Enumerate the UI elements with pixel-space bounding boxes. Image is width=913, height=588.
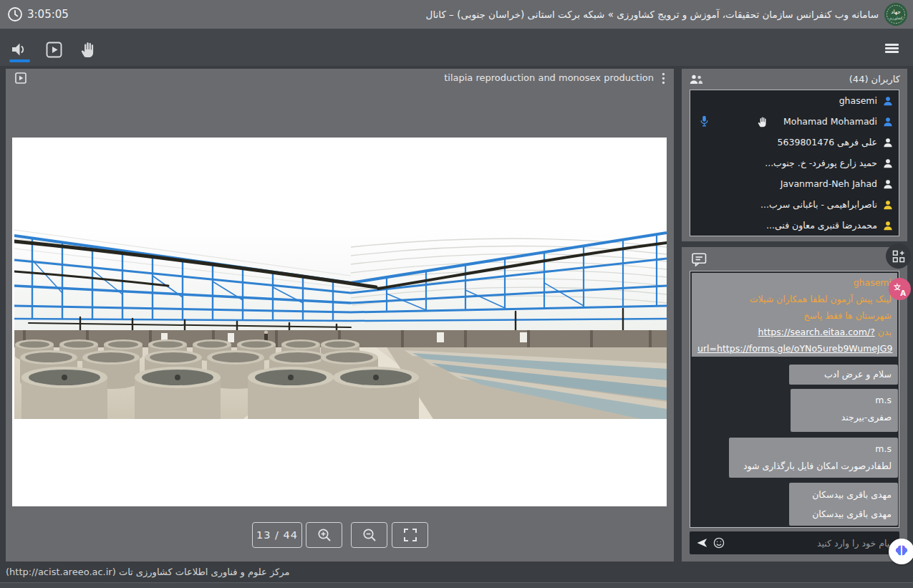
attendee-row[interactable]: ghasemi [690,90,899,111]
raise-hand-icon [79,41,96,58]
slide-controls: 13 / 44 [6,522,674,548]
person-icon [883,158,893,168]
speaker-icon [11,41,28,58]
attendee-row[interactable]: Javanmard-Neh Jahad [690,173,899,194]
active-tool-indicator [9,59,30,62]
fullscreen-button[interactable] [392,522,428,548]
chat-message: m.s صفری-بیرجند [791,389,898,432]
chat-message-text: صفری-بیرجند [797,409,892,426]
attendees-icon [689,74,703,85]
page-indicator[interactable]: 13 / 44 [252,522,302,548]
chat-announcement-line: لینک پیش آزمون لطفا همکاران شیلات [697,291,892,307]
attendees-pod: کاربران (44) ghasemi Mohamad Mohamadi عل… [682,69,907,241]
person-icon [883,221,893,231]
brain-icon [893,543,910,560]
attendee-name: حمید زارع پورفرد- خ. جنوب... [765,153,877,173]
attendee-row[interactable]: محمدرضا قنبری معاون فنی... [690,215,899,236]
slide-canvas [12,138,667,506]
chat-input-bar [690,531,899,554]
svg-text:A: A [900,289,906,297]
zoom-out-icon [362,527,377,543]
attendee-row[interactable]: ناصرابراهیمی - باغبانی سرب... [690,194,899,215]
send-message-icon[interactable] [695,537,707,549]
menu-button[interactable] [885,44,899,53]
zoom-out-button[interactable] [351,522,387,548]
zoom-in-button[interactable] [306,522,342,548]
attendees-title: کاربران (44) [849,69,900,90]
chat-link[interactable]: url=https://forms.gle/oYNo5ureb9WumeJG9 [697,343,892,354]
attendees-list: ghasemi Mohamad Mohamadi علی فرهی 563980… [690,90,899,236]
chat-message-text: لطفادرصورت امکان فایل بارگذاری شود [735,458,892,475]
footer-credit: مرکز علوم و فناوری اطلاعات کشاورزی تات (… [6,563,289,582]
chat-message-list: ghasemi لینک پیش آزمون لطفا همکاران شیلا… [690,271,899,528]
slide-title: tilapia reproduction and monosex product… [444,69,654,87]
pod-options-button[interactable] [658,72,668,84]
chat-pod: ghasemi لینک پیش آزمون لطفا همکاران شیلا… [682,247,907,562]
audio-button[interactable] [9,39,29,59]
attendee-name: Mohamad Mohamadi [783,111,877,132]
chat-icon [692,253,707,266]
session-timer: 3:05:05 [27,0,69,29]
chat-message-text: سلام و عرض ادب [796,366,892,383]
chat-message-sender: m.s [735,440,892,458]
chat-message: m.s لطفادرصورت امکان فایل بارگذاری شود [729,438,898,478]
presentation-pod: tilapia reproduction and monosex product… [6,69,674,562]
chat-link[interactable]: https://search.eitaa.com/? [758,327,875,337]
person-icon [883,138,893,148]
play-icon [46,42,62,58]
chat-sender-name: ghasemi [697,274,892,291]
toolbar [0,29,913,66]
raise-hand-button[interactable] [77,39,97,59]
attendee-row[interactable]: علی فرهی 5639801476 [690,132,899,153]
chat-announcement-line: شهرستان ها فقط پاسخ [697,307,892,324]
attendee-name: Javanmard-Neh Jahad [781,173,877,194]
pod-play-icon[interactable] [15,72,26,84]
chat-message-input[interactable] [735,531,899,554]
chat-announcement-line: بدن https://search.eitaa.com/? [697,324,892,340]
hand-raised-icon [757,116,768,127]
fullscreen-icon [403,528,417,542]
svg-text:جهاد: جهاد [891,9,901,15]
translate-button[interactable]: A [889,278,911,300]
layout-add-icon [892,250,905,263]
chat-message-sender: m.s [797,392,892,409]
translate-icon: A [892,281,909,298]
microphone-icon [700,115,709,127]
zoom-in-icon [317,527,332,543]
attendee-name: محمدرضا قنبری معاون فنی... [766,215,877,236]
webconference-app: 3:05:05 سامانه وب کنفرانس سازمان تحقیقات… [0,0,913,588]
emoji-icon[interactable] [713,537,725,549]
conference-title: سامانه وب کنفرانس سازمان تحقیقات، آموزش … [426,0,879,29]
attendee-row[interactable]: Mohamad Mohamadi [690,111,899,132]
chat-message: مهدی باقری بیدسکان مهدی باقری بیدسکان [789,483,898,526]
attendee-row[interactable]: حمید زارع پورفرد- خ. جنوب... [690,153,899,173]
aquaculture-facility-photo [14,226,667,419]
attendee-name: ghasemi [839,90,877,111]
attendee-name: ناصرابراهیمی - باغبانی سرب... [760,194,877,215]
person-icon [883,200,893,210]
chat-announcement-url: url=https://forms.gle/oYNo5ureb9WumeJG9 [697,340,892,357]
presentation-header: tilapia reproduction and monosex product… [6,69,674,87]
person-icon [883,179,893,189]
layout-add-button[interactable] [886,244,911,269]
person-icon [883,96,893,106]
assistant-brain-button[interactable] [889,539,913,564]
person-icon [883,117,893,127]
topbar: 3:05:05 سامانه وب کنفرانس سازمان تحقیقات… [0,0,913,29]
chat-announcement: ghasemi لینک پیش آزمون لطفا همکاران شیلا… [692,273,897,357]
clock-icon [7,6,23,22]
chat-message-text: مهدی باقری بیدسکان [796,485,892,504]
chat-message: سلام و عرض ادب [789,365,898,385]
attendee-name: علی فرهی 5639801476 [778,132,877,153]
organization-logo: جهاد کشاورزی [884,2,908,26]
bottom-strip [0,583,913,588]
media-play-button[interactable] [44,39,64,59]
chat-message-text: مهدی باقری بیدسکان [796,504,892,524]
